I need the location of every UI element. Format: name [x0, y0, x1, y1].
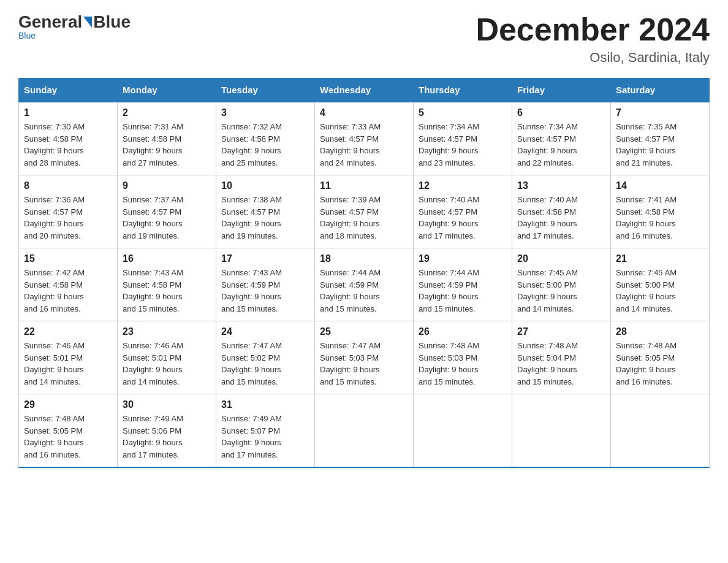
calendar-cell — [611, 394, 710, 468]
calendar-cell: 4Sunrise: 7:33 AMSunset: 4:57 PMDaylight… — [315, 102, 414, 175]
calendar-cell: 13Sunrise: 7:40 AMSunset: 4:58 PMDayligh… — [512, 175, 611, 248]
day-info: Sunrise: 7:44 AMSunset: 4:59 PMDaylight:… — [320, 267, 408, 315]
logo-underline-text: Blue — [18, 31, 36, 40]
day-number: 30 — [123, 399, 211, 410]
month-year-title: December 2024 — [476, 12, 710, 47]
day-number: 27 — [517, 326, 605, 337]
header-tuesday: Tuesday — [216, 79, 315, 102]
calendar-title-area: December 2024 Osilo, Sardinia, Italy — [476, 12, 710, 66]
calendar-cell: 31Sunrise: 7:49 AMSunset: 5:07 PMDayligh… — [216, 394, 315, 468]
calendar-cell: 29Sunrise: 7:48 AMSunset: 5:05 PMDayligh… — [19, 394, 118, 468]
day-number: 20 — [517, 253, 605, 264]
day-info: Sunrise: 7:30 AMSunset: 4:58 PMDaylight:… — [24, 121, 112, 169]
day-number: 24 — [221, 326, 309, 337]
calendar-cell: 10Sunrise: 7:38 AMSunset: 4:57 PMDayligh… — [216, 175, 315, 248]
day-info: Sunrise: 7:45 AMSunset: 5:00 PMDaylight:… — [616, 267, 704, 315]
day-info: Sunrise: 7:36 AMSunset: 4:57 PMDaylight:… — [24, 194, 112, 242]
header-friday: Friday — [512, 79, 611, 102]
day-info: Sunrise: 7:40 AMSunset: 4:57 PMDaylight:… — [419, 194, 507, 242]
day-number: 18 — [320, 253, 408, 264]
header-thursday: Thursday — [414, 79, 512, 102]
day-number: 19 — [419, 253, 507, 264]
calendar-cell: 27Sunrise: 7:48 AMSunset: 5:04 PMDayligh… — [512, 321, 611, 394]
logo-general-text: General — [18, 12, 82, 32]
day-number: 26 — [419, 326, 507, 337]
logo: General Blue Blue — [18, 12, 131, 40]
day-info: Sunrise: 7:44 AMSunset: 4:59 PMDaylight:… — [419, 267, 507, 315]
day-info: Sunrise: 7:35 AMSunset: 4:57 PMDaylight:… — [616, 121, 704, 169]
day-number: 10 — [221, 180, 309, 191]
page-header: General Blue Blue December 2024 Osilo, S… — [18, 12, 710, 66]
header-monday: Monday — [118, 79, 216, 102]
day-number: 11 — [320, 180, 408, 191]
day-number: 15 — [24, 253, 112, 264]
calendar-cell — [315, 394, 414, 468]
calendar-cell — [512, 394, 611, 468]
day-info: Sunrise: 7:47 AMSunset: 5:03 PMDaylight:… — [320, 340, 408, 388]
calendar-cell: 24Sunrise: 7:47 AMSunset: 5:02 PMDayligh… — [216, 321, 315, 394]
day-info: Sunrise: 7:49 AMSunset: 5:06 PMDaylight:… — [123, 413, 211, 461]
day-info: Sunrise: 7:48 AMSunset: 5:03 PMDaylight:… — [419, 340, 507, 388]
day-info: Sunrise: 7:34 AMSunset: 4:57 PMDaylight:… — [419, 121, 507, 169]
day-number: 31 — [221, 399, 309, 410]
calendar-cell: 20Sunrise: 7:45 AMSunset: 5:00 PMDayligh… — [512, 248, 611, 321]
calendar-cell: 12Sunrise: 7:40 AMSunset: 4:57 PMDayligh… — [414, 175, 512, 248]
day-info: Sunrise: 7:39 AMSunset: 4:57 PMDaylight:… — [320, 194, 408, 242]
week-row-4: 22Sunrise: 7:46 AMSunset: 5:01 PMDayligh… — [19, 321, 710, 394]
day-number: 8 — [24, 180, 112, 191]
day-info: Sunrise: 7:40 AMSunset: 4:58 PMDaylight:… — [517, 194, 605, 242]
day-number: 28 — [616, 326, 704, 337]
calendar-cell: 23Sunrise: 7:46 AMSunset: 5:01 PMDayligh… — [118, 321, 216, 394]
calendar-cell: 21Sunrise: 7:45 AMSunset: 5:00 PMDayligh… — [611, 248, 710, 321]
calendar-cell — [414, 394, 512, 468]
calendar-cell: 5Sunrise: 7:34 AMSunset: 4:57 PMDaylight… — [414, 102, 512, 175]
day-info: Sunrise: 7:37 AMSunset: 4:57 PMDaylight:… — [123, 194, 211, 242]
day-number: 1 — [24, 107, 112, 118]
day-number: 9 — [123, 180, 211, 191]
day-info: Sunrise: 7:48 AMSunset: 5:05 PMDaylight:… — [24, 413, 112, 461]
logo-blue-part: Blue — [93, 12, 131, 32]
day-info: Sunrise: 7:43 AMSunset: 4:58 PMDaylight:… — [123, 267, 211, 315]
day-info: Sunrise: 7:38 AMSunset: 4:57 PMDaylight:… — [221, 194, 309, 242]
logo-arrow-icon — [83, 17, 92, 28]
day-info: Sunrise: 7:48 AMSunset: 5:04 PMDaylight:… — [517, 340, 605, 388]
day-number: 17 — [221, 253, 309, 264]
calendar-cell: 25Sunrise: 7:47 AMSunset: 5:03 PMDayligh… — [315, 321, 414, 394]
calendar-cell: 1Sunrise: 7:30 AMSunset: 4:58 PMDaylight… — [19, 102, 118, 175]
day-number: 5 — [419, 107, 507, 118]
day-number: 13 — [517, 180, 605, 191]
day-info: Sunrise: 7:34 AMSunset: 4:57 PMDaylight:… — [517, 121, 605, 169]
day-number: 12 — [419, 180, 507, 191]
day-info: Sunrise: 7:46 AMSunset: 5:01 PMDaylight:… — [123, 340, 211, 388]
day-number: 29 — [24, 399, 112, 410]
day-info: Sunrise: 7:47 AMSunset: 5:02 PMDaylight:… — [221, 340, 309, 388]
day-number: 22 — [24, 326, 112, 337]
day-number: 7 — [616, 107, 704, 118]
calendar-cell: 2Sunrise: 7:31 AMSunset: 4:58 PMDaylight… — [118, 102, 216, 175]
week-row-5: 29Sunrise: 7:48 AMSunset: 5:05 PMDayligh… — [19, 394, 710, 468]
day-info: Sunrise: 7:49 AMSunset: 5:07 PMDaylight:… — [221, 413, 309, 461]
day-number: 16 — [123, 253, 211, 264]
calendar-cell: 3Sunrise: 7:32 AMSunset: 4:58 PMDaylight… — [216, 102, 315, 175]
calendar-cell: 30Sunrise: 7:49 AMSunset: 5:06 PMDayligh… — [118, 394, 216, 468]
calendar-cell: 9Sunrise: 7:37 AMSunset: 4:57 PMDaylight… — [118, 175, 216, 248]
day-info: Sunrise: 7:42 AMSunset: 4:58 PMDaylight:… — [24, 267, 112, 315]
calendar-header-row: SundayMondayTuesdayWednesdayThursdayFrid… — [19, 79, 710, 102]
location-subtitle: Osilo, Sardinia, Italy — [476, 50, 710, 66]
week-row-3: 15Sunrise: 7:42 AMSunset: 4:58 PMDayligh… — [19, 248, 710, 321]
calendar-cell: 7Sunrise: 7:35 AMSunset: 4:57 PMDaylight… — [611, 102, 710, 175]
day-info: Sunrise: 7:41 AMSunset: 4:58 PMDaylight:… — [616, 194, 704, 242]
day-number: 3 — [221, 107, 309, 118]
day-number: 14 — [616, 180, 704, 191]
week-row-1: 1Sunrise: 7:30 AMSunset: 4:58 PMDaylight… — [19, 102, 710, 175]
calendar-cell: 22Sunrise: 7:46 AMSunset: 5:01 PMDayligh… — [19, 321, 118, 394]
day-info: Sunrise: 7:45 AMSunset: 5:00 PMDaylight:… — [517, 267, 605, 315]
day-number: 2 — [123, 107, 211, 118]
day-info: Sunrise: 7:32 AMSunset: 4:58 PMDaylight:… — [221, 121, 309, 169]
day-info: Sunrise: 7:31 AMSunset: 4:58 PMDaylight:… — [123, 121, 211, 169]
calendar-cell: 28Sunrise: 7:48 AMSunset: 5:05 PMDayligh… — [611, 321, 710, 394]
day-info: Sunrise: 7:43 AMSunset: 4:59 PMDaylight:… — [221, 267, 309, 315]
day-info: Sunrise: 7:46 AMSunset: 5:01 PMDaylight:… — [24, 340, 112, 388]
day-number: 21 — [616, 253, 704, 264]
calendar-cell: 26Sunrise: 7:48 AMSunset: 5:03 PMDayligh… — [414, 321, 512, 394]
